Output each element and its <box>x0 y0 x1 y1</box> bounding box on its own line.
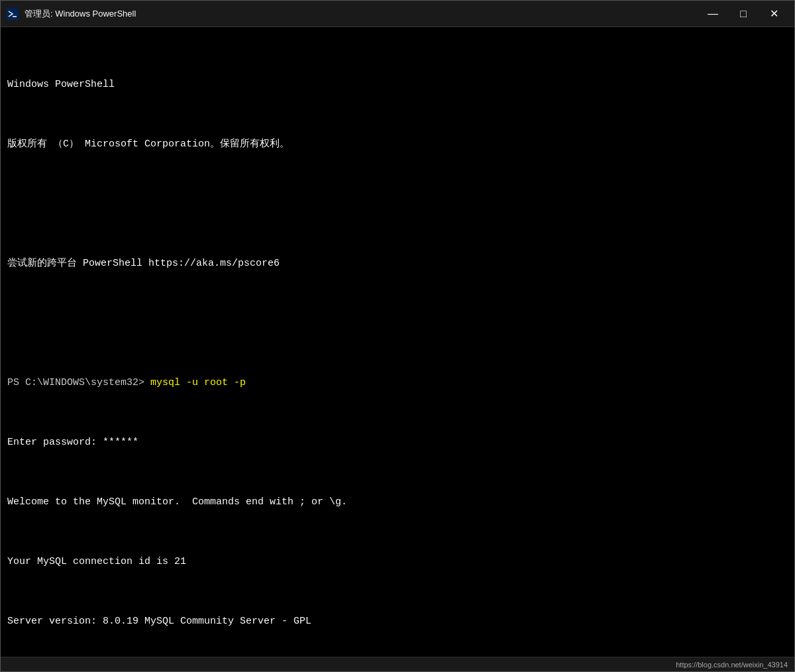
terminal-body[interactable]: Windows PowerShell 版权所有 （C） Microsoft Co… <box>1 27 794 657</box>
line-4: 尝试新的跨平台 PowerShell https://aka.ms/pscore… <box>7 256 788 272</box>
line-password: Enter password: ****** <box>7 435 788 451</box>
status-bar: https://blog.csdn.net/weixin_43914 <box>1 657 794 671</box>
line-version: Server version: 8.0.19 MySQL Community S… <box>7 614 788 630</box>
close-button[interactable]: ✕ <box>759 1 789 27</box>
window-controls: — □ ✕ <box>698 1 789 27</box>
minimize-button[interactable]: — <box>698 1 728 27</box>
powershell-window: 管理员: Windows PowerShell — □ ✕ Windows Po… <box>0 0 795 672</box>
line-ps-prompt: PS C:\WINDOWS\system32> mysql -u root -p <box>7 376 788 391</box>
line-2: 版权所有 （C） Microsoft Corporation。保留所有权利。 <box>7 137 788 152</box>
line-connid: Your MySQL connection id is 21 <box>7 555 788 570</box>
status-url: https://blog.csdn.net/weixin_43914 <box>676 661 788 669</box>
terminal-output: Windows PowerShell 版权所有 （C） Microsoft Co… <box>7 32 788 657</box>
maximize-button[interactable]: □ <box>728 1 759 27</box>
line-blank-1 <box>7 197 788 212</box>
titlebar: 管理员: Windows PowerShell — □ ✕ <box>1 1 794 27</box>
line-blank-2 <box>7 316 788 331</box>
line-welcome: Welcome to the MySQL monitor. Commands e… <box>7 495 788 510</box>
app-icon <box>6 7 19 21</box>
window-title: 管理员: Windows PowerShell <box>25 8 698 20</box>
line-1: Windows PowerShell <box>7 78 788 93</box>
